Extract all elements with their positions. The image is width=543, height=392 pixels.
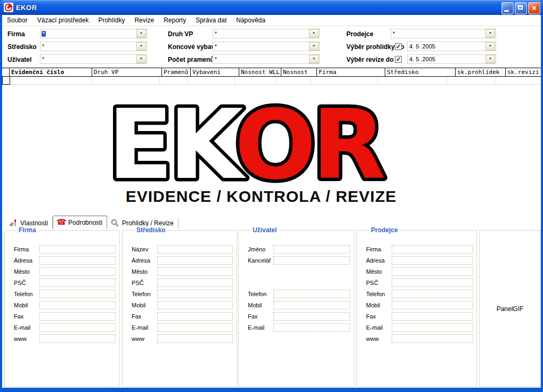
vyber-revize-checkbox[interactable]: ✓ (395, 56, 402, 63)
stredisko-psc-input[interactable] (157, 279, 233, 287)
phone-icon: ☎ (56, 218, 66, 227)
menu-vazaci-prostredek[interactable]: Vázací prostředek (33, 15, 94, 25)
prodejce-fax-input[interactable] (392, 312, 473, 321)
prodejce-adresa-input[interactable] (392, 256, 473, 265)
group-firma-title: Firma (17, 226, 38, 234)
stredisko-fax-input[interactable] (157, 312, 233, 321)
column-header-evidencni-cislo[interactable]: Evidenční číslo (9, 68, 92, 77)
group-firma: Firma Firma Adresa Město PSČ Telefon Mob… (4, 230, 120, 387)
field-label: www (14, 336, 39, 342)
menu-soubor[interactable]: Soubor (2, 15, 33, 25)
menu-sprava-dat[interactable]: Správa dat (191, 15, 231, 25)
uzivatel-filter-combo[interactable]: * ▼ (40, 54, 147, 64)
field-label: E-mail (14, 324, 39, 331)
tab-podrobnosti[interactable]: ☎ Podrobnosti (53, 216, 107, 229)
column-header-nosnost[interactable]: Nosnost (281, 68, 317, 77)
firma-mesto-input[interactable] (39, 267, 116, 276)
firma-adresa-input[interactable] (39, 256, 116, 265)
menu-reporty[interactable]: Reporty (159, 15, 191, 25)
app-logo-icon (4, 3, 13, 12)
dropdown-arrow-icon[interactable]: ▼ (309, 42, 319, 51)
dropdown-arrow-icon[interactable]: ▼ (136, 42, 146, 51)
stredisko-email-input[interactable] (157, 323, 233, 332)
vyber-revize-date-combo[interactable]: 4. 5 .2005 ▼ (407, 54, 496, 64)
prodejce-mesto-input[interactable] (392, 267, 473, 276)
firma-mobil-input[interactable] (39, 301, 116, 309)
stredisko-mobil-input[interactable] (157, 301, 233, 309)
group-uzivatel: Uživatel Jméno Kancelář Telefon Mobil Fa… (238, 230, 354, 387)
stredisko-nazev-input[interactable] (157, 245, 233, 254)
firma-fax-input[interactable] (39, 312, 116, 321)
prodejce-www-input[interactable] (392, 334, 473, 343)
menu-prohlidky[interactable]: Prohlídky (93, 15, 129, 25)
firma-email-input[interactable] (39, 323, 116, 332)
date-value: 4. 5 .2005 (408, 56, 485, 62)
field-label: www (366, 336, 392, 342)
column-header-sk-revizi[interactable]: sk.revizí (505, 68, 541, 77)
firma-www-input[interactable] (39, 334, 116, 343)
column-header-druh-vp[interactable]: Druh VP (92, 68, 162, 77)
title-bar[interactable]: EKOR × (0, 0, 543, 15)
dropdown-arrow-icon[interactable]: ▼ (309, 55, 319, 63)
druh-vp-filter-combo[interactable]: * ▼ (213, 29, 320, 38)
field-label: E-mail (366, 324, 392, 331)
field-label: Firma (366, 246, 392, 252)
uzivatel-telefon-input[interactable] (273, 290, 350, 298)
grid-empty-row[interactable] (2, 77, 541, 85)
menu-napoveda[interactable]: Nápověda (231, 15, 270, 25)
column-header-firma[interactable]: Firma (317, 68, 385, 77)
vyber-prohlidky-date-combo[interactable]: 4. 5 .2005 ▼ (407, 42, 496, 51)
checkmark-icon: ✓ (396, 43, 401, 50)
stredisko-adresa-input[interactable] (157, 256, 233, 265)
field-label: Město (132, 268, 157, 275)
field-label: Adresa (14, 257, 39, 264)
group-uzivatel-title: Uživatel (250, 226, 279, 234)
uzivatel-mobil-input[interactable] (273, 301, 350, 309)
dropdown-arrow-icon[interactable]: ▼ (485, 29, 495, 38)
uzivatel-email-input[interactable] (273, 323, 350, 332)
prodejce-psc-input[interactable] (392, 279, 473, 287)
dropdown-arrow-icon[interactable]: ▼ (136, 29, 146, 38)
pocet-pramenu-filter-combo[interactable]: * ▼ (213, 54, 320, 64)
column-header-stredisko[interactable]: Středisko (385, 68, 456, 77)
prodejce-filter-combo[interactable]: * ▼ (391, 29, 496, 38)
firma-firma-input[interactable] (39, 245, 116, 254)
koncove-vybaveni-filter-combo[interactable]: * ▼ (213, 42, 320, 51)
close-button[interactable]: × (528, 2, 540, 14)
stredisko-filter-combo[interactable]: * ▼ (40, 42, 147, 51)
field-label: Fax (366, 313, 392, 320)
firma-telefon-input[interactable] (39, 290, 116, 298)
column-header-pramenu[interactable]: Pramenů (161, 68, 191, 77)
menu-revize[interactable]: Revize (129, 15, 159, 25)
dropdown-arrow-icon[interactable]: ▼ (485, 55, 495, 63)
stredisko-mesto-input[interactable] (157, 267, 233, 276)
firma-psc-input[interactable] (39, 279, 116, 287)
column-header-sk-prohlidek[interactable]: sk.prohlídek (455, 68, 506, 77)
checkmark-icon: ✓ (396, 56, 401, 62)
field-label: E-mail (248, 324, 273, 331)
stredisko-www-input[interactable] (157, 334, 233, 343)
row-selector-cell[interactable] (2, 77, 10, 85)
dropdown-arrow-icon[interactable]: ▼ (309, 29, 319, 38)
column-header-vybaveni[interactable]: Vybavení (190, 68, 239, 77)
prodejce-email-input[interactable] (392, 323, 473, 332)
prodejce-telefon-input[interactable] (392, 290, 473, 298)
dropdown-arrow-icon[interactable]: ▼ (485, 42, 495, 51)
combo-value: * (391, 31, 485, 37)
prodejce-mobil-input[interactable] (392, 301, 473, 309)
prodejce-firma-input[interactable] (392, 245, 473, 254)
group-prodejce: Prodejce Firma Adresa Město PSČ Telefon … (356, 230, 477, 387)
uzivatel-kancelar-input[interactable] (273, 256, 350, 265)
uzivatel-fax-input[interactable] (273, 312, 350, 321)
uzivatel-jmeno-input[interactable] (273, 245, 350, 254)
vyber-prohlidky-checkbox[interactable]: ✓ (395, 43, 402, 50)
firma-filter-combo[interactable]: * ▼ (40, 29, 147, 38)
minimize-button[interactable] (501, 2, 514, 14)
maximize-button[interactable] (515, 2, 527, 14)
column-header-nosnost-wll[interactable]: Nosnost WLL (239, 68, 281, 77)
dropdown-arrow-icon[interactable]: ▼ (136, 55, 146, 63)
stredisko-telefon-input[interactable] (157, 290, 233, 298)
close-icon: × (529, 3, 540, 14)
field-label: Firma (14, 246, 39, 252)
menu-bar: Soubor Vázací prostředek Prohlídky Reviz… (2, 15, 541, 26)
